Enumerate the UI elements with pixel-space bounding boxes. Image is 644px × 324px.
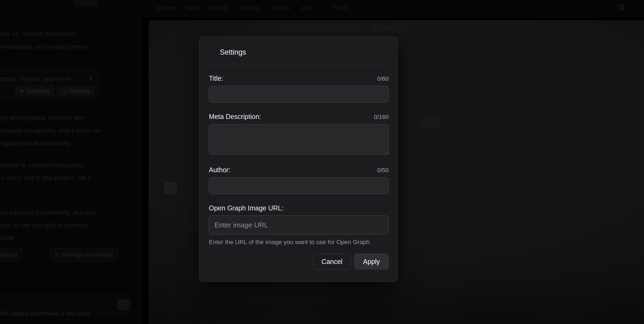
og-image-url-field-label: Open Graph Image URL: (209, 204, 284, 212)
author-input[interactable] (209, 177, 389, 194)
dialog-title: Settings (220, 48, 388, 57)
meta-description-textarea[interactable] (209, 124, 389, 155)
cancel-button[interactable]: Cancel (313, 254, 351, 269)
settings-dialog: Settings Title: 0/60 Meta Description: 0… (199, 37, 398, 282)
author-char-counter: 0/50 (377, 167, 389, 174)
meta-description-char-counter: 0/160 (374, 114, 389, 121)
title-input[interactable] (209, 86, 389, 103)
og-image-url-input[interactable] (209, 216, 389, 234)
title-field-label: Title: (209, 75, 223, 82)
og-image-url-helper-text: Enter the URL of the image you want to u… (209, 239, 389, 246)
author-field-label: Author: (209, 166, 231, 174)
apply-button[interactable]: Apply (354, 254, 389, 269)
meta-description-field-label: Meta Description: (209, 113, 261, 121)
divider (205, 64, 389, 64)
title-char-counter: 0/60 (377, 75, 389, 82)
